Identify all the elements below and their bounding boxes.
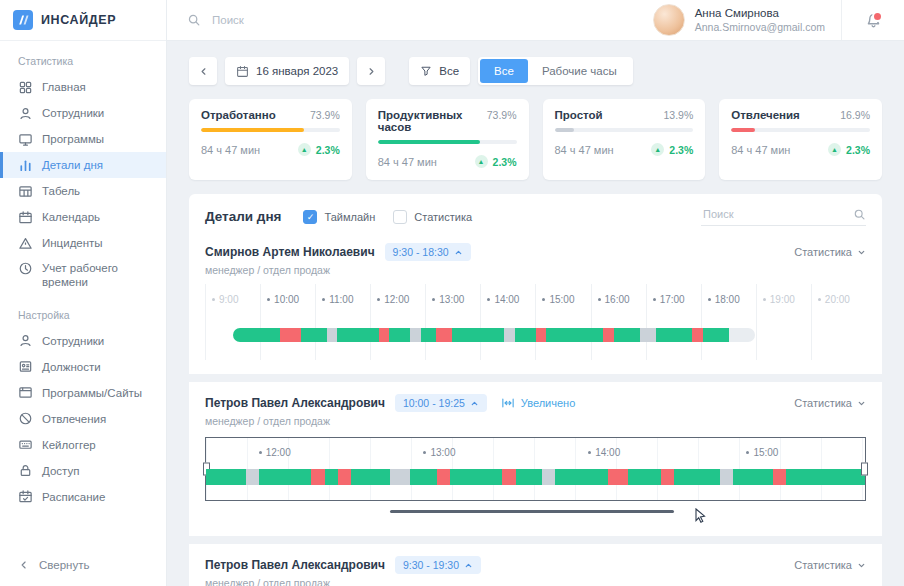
employee-row: Петров Павел Александрович 9:30 - 19:30 … <box>189 544 882 586</box>
card-time: 84 ч 47 мин <box>731 144 790 156</box>
employee-name: Петров Павел Александрович <box>205 396 385 410</box>
sidebar-item-label: Главная <box>42 81 86 93</box>
sidebar-item-employees[interactable]: Сотрудники <box>0 100 166 126</box>
statistics-label: Статистика <box>794 559 852 571</box>
statistics-checkbox[interactable]: Статистика <box>393 210 472 224</box>
app-window: ИНСАЙДЕР Статистика Главная Сотрудники П… <box>0 0 904 586</box>
timeline-hours: 9:0010:0011:0012:0013:0014:0015:0016:001… <box>205 284 866 360</box>
sidebar-item-access[interactable]: Доступ <box>0 458 166 484</box>
progress-track <box>731 128 870 132</box>
zoomed-indicator[interactable]: Увеличено <box>501 397 575 409</box>
time-range-badge[interactable]: 9:30 - 18:30 <box>385 243 471 261</box>
toolbar: 16 января 2023 Все Все Рабочие часы <box>189 57 882 85</box>
chevron-down-icon <box>857 399 866 408</box>
chevron-down-icon <box>857 561 866 570</box>
employee-role: менеджер / отдел продаж <box>205 577 866 586</box>
employee-search[interactable] <box>701 207 866 226</box>
avatar[interactable] <box>653 4 685 36</box>
panel-header: Детали дня ✓ Таймлайн Статистика <box>189 194 882 237</box>
card-percent: 73.9% <box>487 109 517 121</box>
timeline-scroll-row <box>205 506 866 522</box>
zoom-range-icon <box>501 397 515 409</box>
sidebar-section-statistics: Статистика <box>0 41 166 74</box>
stat-card-distractions: Отвлечения16.9% 84 ч 47 мин▲2.3% <box>719 99 882 180</box>
grid-icon <box>18 80 33 95</box>
sidebar-item-employees-settings[interactable]: Сотрудники <box>0 328 166 354</box>
bar-chart-icon <box>18 158 33 173</box>
progress-fill <box>201 128 304 132</box>
chevron-right-icon <box>366 66 377 77</box>
delta-badge: ▲2.3% <box>475 155 517 168</box>
calendar-icon <box>236 65 249 78</box>
sidebar-item-time-tracking[interactable]: Учет рабочего времени <box>0 256 166 295</box>
zoomed-timeline[interactable]: 12:0013:0014:0015:00 <box>205 437 866 501</box>
timeline: 9:0010:0011:0012:0013:0014:0015:0016:001… <box>205 284 866 360</box>
filter-button[interactable]: Все <box>409 57 470 85</box>
user-icon <box>18 333 33 348</box>
sidebar-item-incidents[interactable]: Инциденты <box>0 230 166 256</box>
sidebar-item-keylogger[interactable]: Кейлоггер <box>0 432 166 458</box>
checkbox-checked-icon: ✓ <box>303 210 317 224</box>
stat-cards: Отработанно73.9% 84 ч 47 мин▲2.3% Продук… <box>189 99 882 180</box>
prev-day-button[interactable] <box>189 57 217 85</box>
stat-card-idle: Простой13.9% 84 ч 47 мин▲2.3% <box>543 99 706 180</box>
chevron-left-icon <box>198 66 209 77</box>
delta-value: 2.3% <box>669 144 693 156</box>
card-time: 84 ч 47 мин <box>201 144 260 156</box>
sidebar: ИНСАЙДЕР Статистика Главная Сотрудники П… <box>0 0 167 586</box>
time-range: 10:00 - 19:25 <box>403 397 465 409</box>
sidebar-item-positions[interactable]: Должности <box>0 354 166 380</box>
delta-value: 2.3% <box>846 144 870 156</box>
global-search[interactable] <box>187 13 653 27</box>
progress-fill <box>555 128 574 132</box>
card-title: Отвлечения <box>731 109 800 121</box>
sidebar-item-main[interactable]: Главная <box>0 74 166 100</box>
checkbox-unchecked-icon <box>393 210 407 224</box>
timeline-bar[interactable] <box>233 328 755 342</box>
segment-working-hours[interactable]: Рабочие часы <box>528 59 631 83</box>
sidebar-item-label: Детали дня <box>42 159 103 171</box>
sidebar-item-schedule[interactable]: Расписание <box>0 484 166 510</box>
timeline-scrollbar[interactable] <box>390 510 674 513</box>
calendar-icon <box>18 210 33 225</box>
sidebar-item-label: Отвлечения <box>42 413 106 425</box>
employee-search-input[interactable] <box>701 207 853 221</box>
time-range-badge[interactable]: 10:00 - 19:25 <box>395 394 487 412</box>
slash-circle-icon <box>18 411 33 426</box>
global-search-input[interactable] <box>210 13 454 27</box>
statistics-label: Статистика <box>794 397 852 409</box>
day-details-panel: Детали дня ✓ Таймлайн Статистика <box>189 194 882 586</box>
sidebar-item-day-details[interactable]: Детали дня <box>0 152 166 178</box>
segment-all[interactable]: Все <box>480 59 528 83</box>
employee-name: Петров Павел Александрович <box>205 558 385 572</box>
progress-track <box>378 140 517 144</box>
logo: ИНСАЙДЕР <box>0 0 166 41</box>
sidebar-item-label: Табель <box>42 185 80 197</box>
time-range-badge[interactable]: 9:30 - 19:30 <box>395 556 481 574</box>
stat-card-worked: Отработанно73.9% 84 ч 47 мин▲2.3% <box>189 99 352 180</box>
sidebar-item-label: Должности <box>42 361 101 373</box>
collapse-sidebar-button[interactable]: Свернуть <box>0 544 166 586</box>
clock-icon <box>18 261 33 276</box>
arrow-up-icon: ▲ <box>651 143 664 156</box>
date-picker-button[interactable]: 16 января 2023 <box>225 57 349 85</box>
sidebar-item-programs-sites[interactable]: Программы/Сайты <box>0 380 166 406</box>
delta-badge: ▲2.3% <box>298 143 340 156</box>
employee-name: Смирнов Артем Николаевич <box>205 245 375 259</box>
sidebar-item-timesheet[interactable]: Табель <box>0 178 166 204</box>
sidebar-item-label: Кейлоггер <box>42 439 96 451</box>
next-day-button[interactable] <box>357 57 385 85</box>
card-title: Продуктивных часов <box>378 109 487 133</box>
sidebar-item-calendar[interactable]: Календарь <box>0 204 166 230</box>
sidebar-item-programs[interactable]: Программы <box>0 126 166 152</box>
notifications-button[interactable] <box>841 0 904 40</box>
statistics-toggle[interactable]: Статистика <box>794 559 866 571</box>
sidebar-item-distractions[interactable]: Отвлечения <box>0 406 166 432</box>
timeline-checkbox[interactable]: ✓ Таймлайн <box>303 210 375 224</box>
warning-icon <box>18 236 33 251</box>
statistics-toggle[interactable]: Статистика <box>794 246 866 258</box>
chevron-down-icon <box>857 248 866 257</box>
collapse-label: Свернуть <box>39 559 89 571</box>
zoomed-timeline-bar[interactable] <box>206 469 865 485</box>
statistics-toggle[interactable]: Статистика <box>794 397 866 409</box>
